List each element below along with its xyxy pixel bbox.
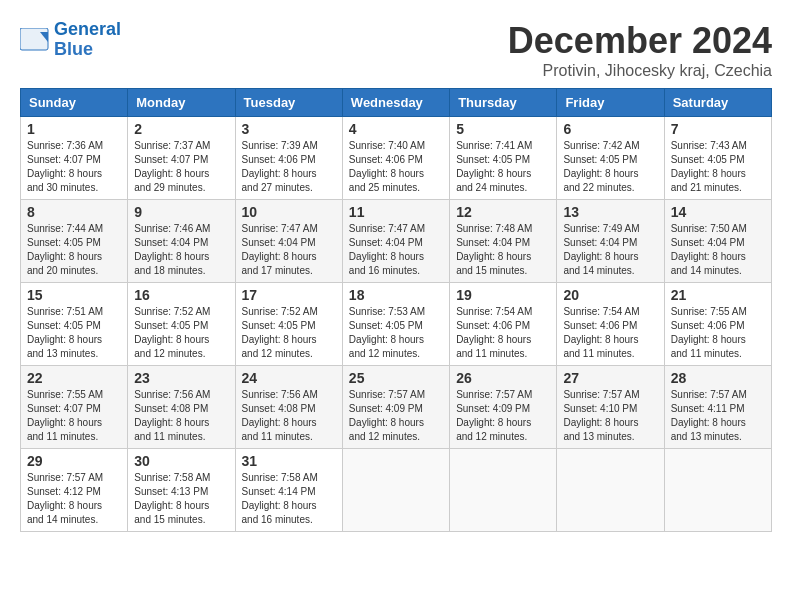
calendar-week-row: 8 Sunrise: 7:44 AMSunset: 4:05 PMDayligh… <box>21 200 772 283</box>
day-info: Sunrise: 7:48 AMSunset: 4:04 PMDaylight:… <box>456 222 550 278</box>
day-info: Sunrise: 7:57 AMSunset: 4:09 PMDaylight:… <box>349 388 443 444</box>
table-row: 24 Sunrise: 7:56 AMSunset: 4:08 PMDaylig… <box>235 366 342 449</box>
table-row: 25 Sunrise: 7:57 AMSunset: 4:09 PMDaylig… <box>342 366 449 449</box>
day-info: Sunrise: 7:36 AMSunset: 4:07 PMDaylight:… <box>27 139 121 195</box>
day-number: 15 <box>27 287 121 303</box>
table-row: 20 Sunrise: 7:54 AMSunset: 4:06 PMDaylig… <box>557 283 664 366</box>
day-info: Sunrise: 7:47 AMSunset: 4:04 PMDaylight:… <box>242 222 336 278</box>
day-number: 13 <box>563 204 657 220</box>
table-row: 30 Sunrise: 7:58 AMSunset: 4:13 PMDaylig… <box>128 449 235 532</box>
day-number: 21 <box>671 287 765 303</box>
day-info: Sunrise: 7:55 AMSunset: 4:06 PMDaylight:… <box>671 305 765 361</box>
table-row: 23 Sunrise: 7:56 AMSunset: 4:08 PMDaylig… <box>128 366 235 449</box>
day-number: 8 <box>27 204 121 220</box>
table-row <box>664 449 771 532</box>
day-number: 18 <box>349 287 443 303</box>
day-info: Sunrise: 7:57 AMSunset: 4:10 PMDaylight:… <box>563 388 657 444</box>
table-row: 21 Sunrise: 7:55 AMSunset: 4:06 PMDaylig… <box>664 283 771 366</box>
table-row: 15 Sunrise: 7:51 AMSunset: 4:05 PMDaylig… <box>21 283 128 366</box>
month-title: December 2024 <box>508 20 772 62</box>
table-row: 8 Sunrise: 7:44 AMSunset: 4:05 PMDayligh… <box>21 200 128 283</box>
day-number: 4 <box>349 121 443 137</box>
logo-text: General Blue <box>54 20 121 60</box>
day-info: Sunrise: 7:57 AMSunset: 4:11 PMDaylight:… <box>671 388 765 444</box>
table-row: 31 Sunrise: 7:58 AMSunset: 4:14 PMDaylig… <box>235 449 342 532</box>
day-number: 5 <box>456 121 550 137</box>
day-number: 16 <box>134 287 228 303</box>
day-number: 30 <box>134 453 228 469</box>
day-info: Sunrise: 7:57 AMSunset: 4:12 PMDaylight:… <box>27 471 121 527</box>
day-info: Sunrise: 7:49 AMSunset: 4:04 PMDaylight:… <box>563 222 657 278</box>
header-sunday: Sunday <box>21 89 128 117</box>
table-row <box>342 449 449 532</box>
table-row: 3 Sunrise: 7:39 AMSunset: 4:06 PMDayligh… <box>235 117 342 200</box>
day-number: 1 <box>27 121 121 137</box>
day-number: 23 <box>134 370 228 386</box>
table-row: 18 Sunrise: 7:53 AMSunset: 4:05 PMDaylig… <box>342 283 449 366</box>
day-info: Sunrise: 7:43 AMSunset: 4:05 PMDaylight:… <box>671 139 765 195</box>
day-number: 22 <box>27 370 121 386</box>
day-info: Sunrise: 7:58 AMSunset: 4:14 PMDaylight:… <box>242 471 336 527</box>
day-info: Sunrise: 7:44 AMSunset: 4:05 PMDaylight:… <box>27 222 121 278</box>
location-title: Protivin, Jihocesky kraj, Czechia <box>508 62 772 80</box>
table-row: 12 Sunrise: 7:48 AMSunset: 4:04 PMDaylig… <box>450 200 557 283</box>
calendar-table: Sunday Monday Tuesday Wednesday Thursday… <box>20 88 772 532</box>
header-friday: Friday <box>557 89 664 117</box>
weekday-header-row: Sunday Monday Tuesday Wednesday Thursday… <box>21 89 772 117</box>
day-number: 27 <box>563 370 657 386</box>
day-info: Sunrise: 7:39 AMSunset: 4:06 PMDaylight:… <box>242 139 336 195</box>
day-info: Sunrise: 7:47 AMSunset: 4:04 PMDaylight:… <box>349 222 443 278</box>
day-number: 2 <box>134 121 228 137</box>
table-row <box>557 449 664 532</box>
day-info: Sunrise: 7:50 AMSunset: 4:04 PMDaylight:… <box>671 222 765 278</box>
day-info: Sunrise: 7:52 AMSunset: 4:05 PMDaylight:… <box>242 305 336 361</box>
table-row: 9 Sunrise: 7:46 AMSunset: 4:04 PMDayligh… <box>128 200 235 283</box>
table-row: 11 Sunrise: 7:47 AMSunset: 4:04 PMDaylig… <box>342 200 449 283</box>
day-info: Sunrise: 7:46 AMSunset: 4:04 PMDaylight:… <box>134 222 228 278</box>
day-number: 29 <box>27 453 121 469</box>
table-row: 22 Sunrise: 7:55 AMSunset: 4:07 PMDaylig… <box>21 366 128 449</box>
table-row: 1 Sunrise: 7:36 AMSunset: 4:07 PMDayligh… <box>21 117 128 200</box>
day-number: 7 <box>671 121 765 137</box>
day-info: Sunrise: 7:40 AMSunset: 4:06 PMDaylight:… <box>349 139 443 195</box>
day-number: 9 <box>134 204 228 220</box>
day-number: 24 <box>242 370 336 386</box>
day-number: 10 <box>242 204 336 220</box>
table-row: 10 Sunrise: 7:47 AMSunset: 4:04 PMDaylig… <box>235 200 342 283</box>
table-row: 28 Sunrise: 7:57 AMSunset: 4:11 PMDaylig… <box>664 366 771 449</box>
day-number: 20 <box>563 287 657 303</box>
svg-rect-0 <box>20 28 48 50</box>
calendar-week-row: 1 Sunrise: 7:36 AMSunset: 4:07 PMDayligh… <box>21 117 772 200</box>
header-thursday: Thursday <box>450 89 557 117</box>
logo: General Blue <box>20 20 121 60</box>
header-tuesday: Tuesday <box>235 89 342 117</box>
table-row: 17 Sunrise: 7:52 AMSunset: 4:05 PMDaylig… <box>235 283 342 366</box>
day-info: Sunrise: 7:54 AMSunset: 4:06 PMDaylight:… <box>456 305 550 361</box>
day-info: Sunrise: 7:55 AMSunset: 4:07 PMDaylight:… <box>27 388 121 444</box>
day-number: 12 <box>456 204 550 220</box>
day-number: 17 <box>242 287 336 303</box>
day-info: Sunrise: 7:41 AMSunset: 4:05 PMDaylight:… <box>456 139 550 195</box>
day-info: Sunrise: 7:58 AMSunset: 4:13 PMDaylight:… <box>134 471 228 527</box>
day-info: Sunrise: 7:52 AMSunset: 4:05 PMDaylight:… <box>134 305 228 361</box>
day-info: Sunrise: 7:42 AMSunset: 4:05 PMDaylight:… <box>563 139 657 195</box>
day-info: Sunrise: 7:57 AMSunset: 4:09 PMDaylight:… <box>456 388 550 444</box>
table-row: 16 Sunrise: 7:52 AMSunset: 4:05 PMDaylig… <box>128 283 235 366</box>
day-info: Sunrise: 7:56 AMSunset: 4:08 PMDaylight:… <box>242 388 336 444</box>
day-number: 28 <box>671 370 765 386</box>
calendar-week-row: 15 Sunrise: 7:51 AMSunset: 4:05 PMDaylig… <box>21 283 772 366</box>
day-info: Sunrise: 7:51 AMSunset: 4:05 PMDaylight:… <box>27 305 121 361</box>
page-header: General Blue December 2024 Protivin, Jih… <box>20 20 772 80</box>
day-number: 26 <box>456 370 550 386</box>
table-row: 5 Sunrise: 7:41 AMSunset: 4:05 PMDayligh… <box>450 117 557 200</box>
day-number: 31 <box>242 453 336 469</box>
day-number: 14 <box>671 204 765 220</box>
calendar-week-row: 29 Sunrise: 7:57 AMSunset: 4:12 PMDaylig… <box>21 449 772 532</box>
day-info: Sunrise: 7:53 AMSunset: 4:05 PMDaylight:… <box>349 305 443 361</box>
day-info: Sunrise: 7:56 AMSunset: 4:08 PMDaylight:… <box>134 388 228 444</box>
title-area: December 2024 Protivin, Jihocesky kraj, … <box>508 20 772 80</box>
table-row: 29 Sunrise: 7:57 AMSunset: 4:12 PMDaylig… <box>21 449 128 532</box>
table-row <box>450 449 557 532</box>
table-row: 27 Sunrise: 7:57 AMSunset: 4:10 PMDaylig… <box>557 366 664 449</box>
header-monday: Monday <box>128 89 235 117</box>
